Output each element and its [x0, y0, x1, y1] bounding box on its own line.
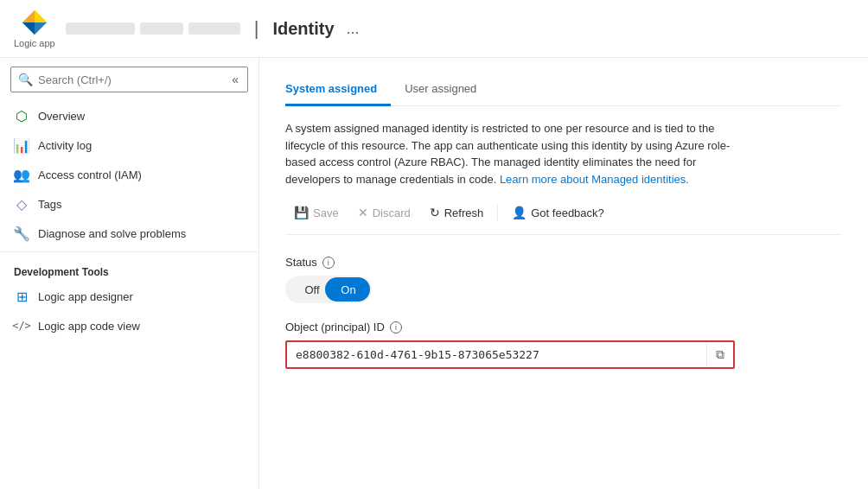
discard-button[interactable]: ✕ Discard — [349, 201, 419, 224]
save-button[interactable]: 💾 Save — [285, 201, 348, 224]
sidebar-label-overview: Overview — [38, 110, 85, 123]
status-toggle[interactable]: Off On — [285, 276, 372, 303]
feedback-label: Got feedback? — [531, 206, 604, 219]
discard-label: Discard — [373, 206, 411, 219]
sidebar-label-activity-log: Activity log — [38, 139, 92, 152]
discard-icon: ✕ — [358, 206, 368, 219]
page-title: Identity — [272, 19, 334, 39]
collapse-sidebar-button[interactable]: « — [230, 71, 240, 88]
app-icon — [21, 9, 48, 36]
tab-user-assigned[interactable]: User assigned — [391, 75, 490, 106]
sidebar-item-logic-app-code-view[interactable]: </> Logic app code view — [0, 311, 258, 340]
sidebar-nav: ⬡ Overview 📊 Activity log 👥 Access contr… — [0, 101, 258, 340]
sidebar-item-logic-app-designer[interactable]: ⊞ Logic app designer — [0, 282, 258, 311]
app-label: Logic app — [14, 38, 55, 48]
toolbar-separator — [497, 204, 498, 221]
object-id-label: Object (principal) ID i — [285, 321, 842, 333]
sidebar-item-activity-log[interactable]: 📊 Activity log — [0, 130, 258, 160]
tab-system-assigned[interactable]: System assigned — [285, 75, 391, 106]
sidebar: 🔍 « ⬡ Overview 📊 Activity log 👥 Access c… — [0, 58, 259, 489]
access-control-icon: 👥 — [14, 167, 29, 182]
sidebar-label-tags: Tags — [38, 198, 61, 211]
breadcrumb-separator: | — [254, 17, 259, 40]
sidebar-label-access-control: Access control (IAM) — [38, 168, 142, 181]
object-id-field: ⧉ — [285, 340, 735, 369]
main-layout: 🔍 « ⬡ Overview 📊 Activity log 👥 Access c… — [0, 58, 868, 489]
sidebar-label-logic-app-code-view: Logic app code view — [38, 320, 140, 333]
search-icon: 🔍 — [18, 73, 33, 86]
status-info-icon[interactable]: i — [322, 257, 335, 269]
search-input[interactable] — [38, 73, 225, 86]
toggle-on-label: On — [330, 283, 372, 296]
toggle-off-label: Off — [285, 283, 330, 296]
save-icon: 💾 — [294, 206, 309, 219]
tab-bar: System assigned User assigned — [285, 75, 842, 106]
object-id-text: Object (principal) ID — [285, 321, 385, 333]
sidebar-item-overview[interactable]: ⬡ Overview — [0, 101, 258, 130]
refresh-label: Refresh — [444, 206, 484, 219]
sidebar-item-access-control[interactable]: 👥 Access control (IAM) — [0, 160, 258, 189]
breadcrumb-blur-2 — [140, 22, 183, 35]
learn-more-link[interactable]: Learn more about Managed identities. — [500, 173, 689, 186]
status-text: Status — [285, 256, 317, 269]
breadcrumb: | Identity ... — [66, 17, 854, 40]
sidebar-label-logic-app-designer: Logic app designer — [38, 290, 133, 303]
save-label: Save — [313, 206, 339, 219]
status-label: Status i — [285, 256, 842, 269]
refresh-button[interactable]: ↻ Refresh — [421, 201, 493, 224]
content-area: System assigned User assigned A system a… — [259, 58, 868, 489]
feedback-button[interactable]: 👤 Got feedback? — [503, 201, 613, 224]
copy-button[interactable]: ⧉ — [706, 342, 733, 367]
breadcrumb-blur-1 — [66, 22, 135, 35]
sidebar-section-dev-tools: Development Tools — [0, 256, 258, 282]
breadcrumb-blurred — [66, 22, 240, 35]
sidebar-item-diagnose[interactable]: 🔧 Diagnose and solve problems — [0, 219, 258, 248]
ellipsis-button[interactable]: ... — [341, 18, 365, 40]
sidebar-divider — [0, 251, 258, 252]
object-id-info-icon[interactable]: i — [390, 321, 402, 333]
logic-app-designer-icon: ⊞ — [14, 289, 29, 304]
copy-icon: ⧉ — [716, 347, 724, 361]
app-branding: Logic app — [14, 9, 55, 48]
activity-log-icon: 📊 — [14, 137, 29, 153]
object-id-input[interactable] — [287, 342, 706, 367]
logic-app-code-view-icon: </> — [14, 318, 29, 333]
breadcrumb-blur-3 — [188, 22, 240, 35]
diagnose-icon: 🔧 — [14, 225, 29, 241]
svg-marker-3 — [35, 10, 47, 22]
tags-icon: ◇ — [14, 196, 29, 212]
refresh-icon: ↻ — [430, 206, 440, 219]
search-box: 🔍 « — [10, 67, 248, 92]
feedback-icon: 👤 — [512, 206, 527, 219]
sidebar-item-tags[interactable]: ◇ Tags — [0, 189, 258, 219]
toolbar: 💾 Save ✕ Discard ↻ Refresh 👤 Got feedbac… — [285, 201, 842, 235]
svg-marker-4 — [22, 22, 35, 35]
overview-icon: ⬡ — [14, 108, 29, 124]
sidebar-label-diagnose: Diagnose and solve problems — [38, 227, 186, 240]
top-bar: Logic app | Identity ... — [0, 0, 868, 58]
description-text: A system assigned managed identity is re… — [285, 120, 735, 187]
